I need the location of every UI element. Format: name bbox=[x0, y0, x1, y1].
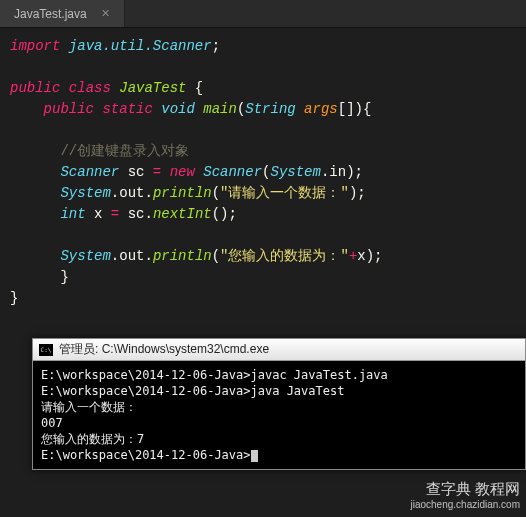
kw-new: new bbox=[161, 164, 195, 180]
dot: . bbox=[144, 206, 152, 222]
paren: ( bbox=[212, 185, 220, 201]
out: out bbox=[119, 248, 144, 264]
paren: ){ bbox=[355, 101, 372, 117]
ctor: Scanner bbox=[195, 164, 262, 180]
str: "您输入的数据为：" bbox=[220, 248, 349, 264]
tab-javatest[interactable]: JavaTest.java ✕ bbox=[0, 0, 125, 27]
op-eq: = bbox=[153, 164, 161, 180]
brace: } bbox=[60, 269, 68, 285]
cmd-line: 您输入的数据为：7 bbox=[41, 431, 517, 447]
sys: System bbox=[60, 248, 110, 264]
println: println bbox=[153, 248, 212, 264]
type-int: int bbox=[60, 206, 85, 222]
cmd-line: E:\workspace\2014-12-06-Java>java JavaTe… bbox=[41, 383, 517, 399]
semi: ; bbox=[212, 38, 220, 54]
kw-void: void bbox=[161, 101, 195, 117]
kw-public: public bbox=[44, 101, 94, 117]
cmd-prompt: E:\workspace\2014-12-06-Java> bbox=[41, 447, 517, 463]
cmd-title: 管理员: C:\Windows\system32\cmd.exe bbox=[59, 341, 269, 358]
cmd-body[interactable]: E:\workspace\2014-12-06-Java>javac JavaT… bbox=[33, 361, 525, 469]
comment: //创建键盘录入对象 bbox=[60, 143, 189, 159]
paren: ( bbox=[212, 248, 220, 264]
arr: [] bbox=[338, 101, 355, 117]
type-scanner: Scanner bbox=[60, 164, 119, 180]
param-args: args bbox=[296, 101, 338, 117]
watermark-main: 查字典 教程网 bbox=[410, 481, 520, 497]
brace: } bbox=[10, 290, 18, 306]
var-x: x bbox=[357, 248, 365, 264]
watermark: 查字典 教程网 jiaocheng.chazidian.com bbox=[410, 481, 520, 513]
tab-bar: JavaTest.java ✕ bbox=[0, 0, 526, 28]
tab-filename: JavaTest.java bbox=[14, 7, 87, 21]
kw-public: public bbox=[10, 80, 60, 96]
sc: sc bbox=[119, 206, 144, 222]
dot: . bbox=[144, 248, 152, 264]
close: ); bbox=[366, 248, 383, 264]
op-eq: = bbox=[111, 206, 119, 222]
cursor-icon bbox=[251, 450, 258, 462]
cmd-titlebar[interactable]: 管理员: C:\Windows\system32\cmd.exe bbox=[33, 339, 525, 361]
dot: . bbox=[111, 248, 119, 264]
sys: System bbox=[270, 164, 320, 180]
type-string: String bbox=[245, 101, 295, 117]
brace: { bbox=[195, 80, 203, 96]
out: out bbox=[119, 185, 144, 201]
str: "请输入一个数据：" bbox=[220, 185, 349, 201]
classname: JavaTest bbox=[111, 80, 195, 96]
dot: . bbox=[144, 185, 152, 201]
kw-static: static bbox=[102, 101, 152, 117]
cmd-line: 请输入一个数据： bbox=[41, 399, 517, 415]
cmd-line: E:\workspace\2014-12-06-Java>javac JavaT… bbox=[41, 367, 517, 383]
cmd-window[interactable]: 管理员: C:\Windows\system32\cmd.exe E:\work… bbox=[32, 338, 526, 470]
nextint: nextInt bbox=[153, 206, 212, 222]
kw-class: class bbox=[69, 80, 111, 96]
var-x: x bbox=[86, 206, 111, 222]
close: ); bbox=[349, 185, 366, 201]
watermark-sub: jiaocheng.chazidian.com bbox=[410, 497, 520, 513]
cmd-icon bbox=[39, 344, 53, 356]
sys: System bbox=[60, 185, 110, 201]
dot: . bbox=[111, 185, 119, 201]
kw-import: import bbox=[10, 38, 60, 54]
cmd-line: 007 bbox=[41, 415, 517, 431]
prompt-text: E:\workspace\2014-12-06-Java> bbox=[41, 448, 251, 462]
code-editor[interactable]: import java.util.Scanner; public class J… bbox=[0, 28, 526, 317]
paren: (); bbox=[212, 206, 237, 222]
println: println bbox=[153, 185, 212, 201]
var-sc: sc bbox=[119, 164, 153, 180]
in: .in bbox=[321, 164, 346, 180]
fn-main: main bbox=[203, 101, 237, 117]
pkg: java.util.Scanner bbox=[60, 38, 211, 54]
close: ); bbox=[346, 164, 363, 180]
close-icon[interactable]: ✕ bbox=[101, 7, 110, 20]
